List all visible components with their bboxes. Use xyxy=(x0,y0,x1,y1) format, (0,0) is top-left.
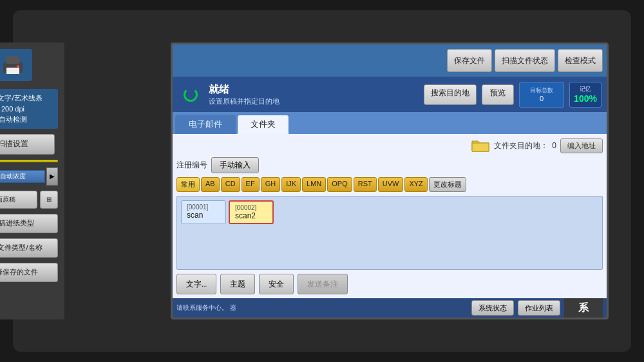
scan-status-button[interactable]: 扫描文件状态 xyxy=(495,49,555,72)
alpha-tab-xyz[interactable]: XYZ xyxy=(404,177,427,192)
file-item-scan2[interactable]: [00002] scan2 xyxy=(229,200,274,224)
alpha-tab-ab[interactable]: AB xyxy=(201,177,220,192)
status-ready: 就绪 设置原稿并指定目的地 xyxy=(209,83,419,106)
folder-dest-row: 文件夹目的地： 0 编入地址 xyxy=(176,138,603,153)
outer-frame: 黑白文字/艺术线条 200 dpi 自动检测 扫描设置 ◀ 自动浓度 ▶ 单面原… xyxy=(13,10,631,352)
job-list-button[interactable]: 作业列表 xyxy=(518,300,560,316)
register-num-label: 注册编号 xyxy=(176,160,207,171)
file-item-scan[interactable]: [00001] scan xyxy=(181,200,226,224)
memory-display: 记忆 100% xyxy=(569,82,601,108)
tab-bar: 电子邮件 文件夹 xyxy=(173,112,607,134)
file-list: [00001] scan [00002] scan2 xyxy=(176,196,603,270)
auto-density-control: ◀ 自动浓度 ▶ xyxy=(0,167,58,186)
top-bar: 保存文件 扫描文件状态 检查模式 xyxy=(173,44,607,77)
preview-button[interactable]: 预览 xyxy=(482,84,514,105)
scan-settings-button[interactable]: 扫描设置 xyxy=(0,134,55,155)
alpha-tab-change[interactable]: 更改标题 xyxy=(429,177,466,192)
original-paper-type-button[interactable]: 原稿进纸类型 xyxy=(0,214,58,233)
single-original-button[interactable]: 单面原稿 xyxy=(0,191,37,209)
search-dest-button[interactable]: 搜索目的地 xyxy=(424,84,477,105)
folder-icon xyxy=(471,138,490,153)
density-label: 自动浓度 xyxy=(0,170,45,183)
help-text: 请联系服务中心。 器 xyxy=(176,303,468,312)
alpha-tab-rst[interactable]: RST xyxy=(354,177,377,192)
svg-rect-1 xyxy=(6,56,19,64)
left-panel: 黑白文字/艺术线条 200 dpi 自动检测 扫描设置 ◀ 自动浓度 ▶ 单面原… xyxy=(0,43,64,319)
save-file-button[interactable]: 保存文件 xyxy=(447,49,492,72)
text-button[interactable]: 文字 ... xyxy=(176,274,216,294)
single-original-row: 单面原稿 ⊞ xyxy=(0,191,58,209)
bottom-action-row: 文字 ... 主题 安全 发送备注 xyxy=(176,274,603,294)
check-mode-button[interactable]: 检查模式 xyxy=(558,49,603,72)
system-label-area: 系 xyxy=(564,298,603,318)
alpha-tabs: 常用 AB CD EF GH xyxy=(176,177,603,192)
status-bar: 就绪 设置原稿并指定目的地 搜索目的地 预览 目标总数 0 记忆 100% xyxy=(173,77,607,112)
system-state-button[interactable]: 系统状态 xyxy=(471,300,514,316)
alpha-tab-ijk[interactable]: IJK xyxy=(281,177,301,192)
alpha-tab-gh[interactable]: GH xyxy=(261,177,281,192)
manual-input-button[interactable]: 手动输入 xyxy=(211,157,259,173)
svg-rect-2 xyxy=(6,68,19,74)
register-row: 注册编号 手动输入 xyxy=(176,157,603,173)
status-subtitle: 设置原稿并指定目的地 xyxy=(209,97,419,106)
main-content: 电子邮件 文件夹 xyxy=(173,112,607,298)
content-area: 文件夹目的地： 0 编入地址 注册编号 手动输入 xyxy=(173,134,607,298)
alpha-tab-cd[interactable]: CD xyxy=(221,177,240,192)
alpha-tab-common[interactable]: 常用 xyxy=(176,177,200,192)
single-original-icon-button[interactable]: ⊞ xyxy=(40,191,58,209)
enter-addr-button[interactable]: 编入地址 xyxy=(560,138,603,153)
subject-button[interactable]: 主题 xyxy=(220,274,255,294)
main-screen: 保存文件 扫描文件状态 检查模式 就绪 设置原稿并指定目的地 xyxy=(171,43,609,319)
scan-info: 黑白文字/艺术线条 200 dpi 自动检测 xyxy=(0,89,58,129)
send-file-type-button[interactable]: 发送文件类型/名称 xyxy=(0,238,58,258)
alpha-tab-lmn[interactable]: LMN xyxy=(302,177,326,192)
dest-count: 0 xyxy=(552,141,556,150)
bottom-status-bar: 请联系服务中心。 器 系统状态 作业列表 系 xyxy=(173,298,607,318)
security-button[interactable]: 安全 xyxy=(259,274,294,294)
alpha-tab-uvw[interactable]: UVW xyxy=(378,177,404,192)
system-label: 系 xyxy=(578,301,589,315)
send-notice-button[interactable]: 发送备注 xyxy=(298,274,348,294)
printer-icon xyxy=(0,49,32,81)
dest-label: 文件夹目的地： xyxy=(494,140,548,151)
alpha-tab-ef[interactable]: EF xyxy=(242,177,260,192)
status-title: 就绪 xyxy=(209,83,419,97)
select-save-file-button[interactable]: 选择保存的文件 xyxy=(0,263,58,282)
alpha-tab-opq[interactable]: OPQ xyxy=(327,177,352,192)
svg-point-3 xyxy=(17,65,19,68)
tab-folder[interactable]: 文件夹 xyxy=(237,115,289,134)
tab-email[interactable]: 电子邮件 xyxy=(175,115,236,134)
ready-icon xyxy=(178,82,204,108)
density-increase-button[interactable]: ▶ xyxy=(46,167,58,186)
target-counter: 目标总数 0 xyxy=(519,82,564,108)
